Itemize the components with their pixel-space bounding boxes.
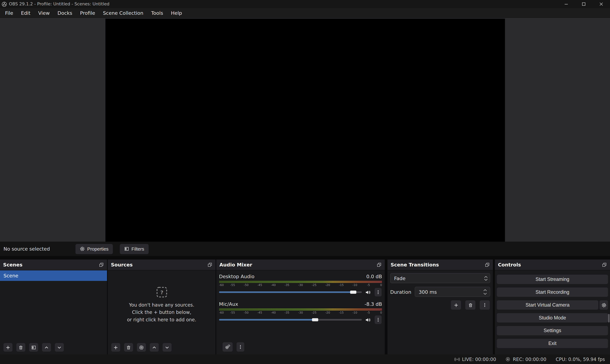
- slider-handle[interactable]: [312, 318, 318, 321]
- move-scene-down-button[interactable]: [55, 343, 64, 352]
- mixer-toolbar: [219, 340, 382, 354]
- menu-edit[interactable]: Edit: [17, 8, 34, 17]
- remove-scene-button[interactable]: [16, 343, 25, 352]
- scene-transitions-dock-popout-button[interactable]: [485, 262, 490, 267]
- advanced-audio-properties-button[interactable]: [222, 342, 233, 352]
- channel-options-button[interactable]: [375, 315, 382, 324]
- source-properties-button[interactable]: [137, 343, 146, 352]
- popout-icon: [208, 262, 212, 267]
- popout-icon: [99, 262, 104, 267]
- scene-transitions-panel-header: Scene Transitions: [388, 260, 493, 270]
- exit-button[interactable]: Exit: [497, 339, 608, 348]
- meter-tick-label: -30: [298, 311, 303, 314]
- move-source-down-button[interactable]: [163, 343, 171, 352]
- sources-dock-popout-button[interactable]: [208, 262, 212, 267]
- chevron-down-icon: [484, 278, 488, 281]
- start-recording-button[interactable]: Start Recording: [497, 287, 608, 297]
- controls-panel: Controls Start Streaming Start Recording…: [495, 260, 610, 354]
- menu-profile[interactable]: Profile: [76, 8, 99, 17]
- menu-help[interactable]: Help: [167, 8, 186, 17]
- sources-empty-state[interactable]: ? You don't have any sources. Click the …: [108, 270, 216, 341]
- properties-button[interactable]: Properties: [76, 244, 113, 254]
- scenes-dock-popout-button[interactable]: [99, 262, 104, 267]
- volume-slider[interactable]: [219, 315, 362, 324]
- controls-dock-popout-button[interactable]: [602, 262, 607, 267]
- menu-view[interactable]: View: [34, 8, 54, 17]
- add-transition-button[interactable]: [451, 300, 461, 310]
- filters-icon: [124, 246, 129, 251]
- duration-increase-button[interactable]: [483, 288, 488, 292]
- studio-mode-button[interactable]: Studio Mode: [497, 313, 608, 323]
- scene-list-item[interactable]: Scene: [0, 270, 107, 281]
- kebab-icon: [376, 317, 380, 323]
- mute-button[interactable]: [365, 289, 371, 295]
- trash-icon: [468, 302, 473, 308]
- mixer-options-button[interactable]: [236, 342, 244, 352]
- transition-options-button[interactable]: [480, 300, 490, 310]
- menu-tools[interactable]: Tools: [147, 8, 167, 17]
- filters-label: Filters: [131, 246, 144, 252]
- meter-tick-label: -25: [312, 311, 317, 314]
- minimize-icon: [564, 1, 569, 7]
- audio-mixer-panel: Audio Mixer Desktop Audio 0.0 dB: [216, 260, 385, 354]
- audio-mixer-dock-popout-button[interactable]: [376, 262, 382, 267]
- chevron-up-icon: [44, 345, 49, 350]
- meter-tick-label: -45: [257, 311, 262, 314]
- remove-source-button[interactable]: [124, 343, 133, 352]
- minimize-button[interactable]: [557, 0, 575, 8]
- audio-mixer-panel-header: Audio Mixer: [216, 260, 385, 270]
- menu-scene-collection[interactable]: Scene Collection: [99, 8, 147, 17]
- volume-slider[interactable]: [219, 288, 362, 297]
- start-virtual-camera-button[interactable]: Start Virtual Camera: [497, 300, 598, 310]
- settings-button[interactable]: Settings: [497, 326, 608, 335]
- close-button[interactable]: [593, 0, 610, 8]
- controls-scrollbar-thumb[interactable]: [608, 314, 610, 323]
- maximize-icon: [581, 1, 586, 7]
- window-title: OBS 29.1.2 - Profile: Untitled - Scenes:…: [9, 1, 110, 7]
- audio-mixer-panel-title: Audio Mixer: [220, 262, 252, 268]
- mute-button[interactable]: [365, 317, 371, 323]
- slider-handle[interactable]: [350, 291, 356, 294]
- scenes-panel-title: Scenes: [3, 262, 23, 268]
- sources-panel: Sources ? You don't have: [108, 260, 216, 354]
- filters-button[interactable]: Filters: [120, 244, 148, 254]
- close-icon: [599, 1, 604, 7]
- duration-decrease-button[interactable]: [483, 292, 488, 295]
- chevron-up-icon: [152, 345, 157, 350]
- svg-text:?: ?: [160, 289, 163, 296]
- channel-options-button[interactable]: [375, 288, 382, 297]
- virtual-camera-config-button[interactable]: [599, 300, 608, 310]
- menu-file[interactable]: File: [1, 8, 17, 17]
- menu-docks[interactable]: Docks: [54, 8, 76, 17]
- mixer-channel-desktop-audio: Desktop Audio 0.0 dB -60-55-50-45-40-35-…: [219, 273, 382, 297]
- obs-window: OBS 29.1.2 - Profile: Untitled - Scenes:…: [0, 0, 610, 364]
- popout-icon: [602, 262, 607, 267]
- record-icon: [505, 357, 511, 362]
- rec-status: REC: 00:00:00: [505, 357, 546, 362]
- meter-tick-label: -15: [339, 283, 344, 287]
- rec-status-text: REC: 00:00:00: [513, 357, 546, 362]
- mixer-channel-mic-aux: Mic/Aux -8.3 dB -60-55-50-45-40-35-30-25…: [219, 300, 382, 324]
- live-status-text: LIVE: 00:00:00: [462, 357, 496, 362]
- move-source-up-button[interactable]: [150, 343, 159, 352]
- empty-state-line: You don't have any sources.: [129, 302, 194, 308]
- kebab-icon: [238, 344, 243, 350]
- remove-transition-button[interactable]: [465, 300, 475, 310]
- maximize-button[interactable]: [575, 0, 593, 8]
- add-scene-button[interactable]: [3, 343, 12, 352]
- meter-tick-label: -35: [285, 283, 289, 287]
- popout-icon: [376, 262, 382, 267]
- chevron-up-icon: [483, 289, 487, 291]
- scenes-panel: Scenes Scene: [0, 260, 107, 354]
- meter-tick-label: -25: [312, 283, 317, 287]
- transition-select[interactable]: Fade: [390, 273, 490, 283]
- preview-canvas[interactable]: [105, 19, 505, 243]
- duration-spinbox[interactable]: 300 ms: [415, 287, 490, 297]
- scene-filters-button[interactable]: [29, 343, 38, 352]
- add-source-button[interactable]: [111, 343, 120, 352]
- meter-tick-label: -20: [325, 283, 330, 287]
- start-streaming-button[interactable]: Start Streaming: [497, 275, 608, 284]
- empty-state-line: or right click here to add one.: [127, 317, 196, 323]
- scene-transitions-panel-title: Scene Transitions: [390, 262, 439, 268]
- move-scene-up-button[interactable]: [42, 343, 51, 352]
